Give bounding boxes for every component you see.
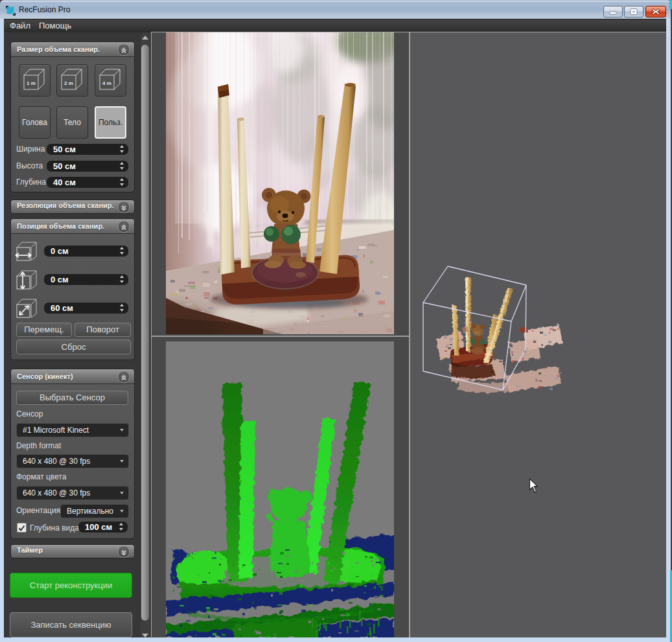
- svg-text:1 m: 1 m: [27, 80, 36, 86]
- svg-text:4 m: 4 m: [102, 80, 111, 86]
- svg-text:2 m: 2 m: [64, 80, 73, 86]
